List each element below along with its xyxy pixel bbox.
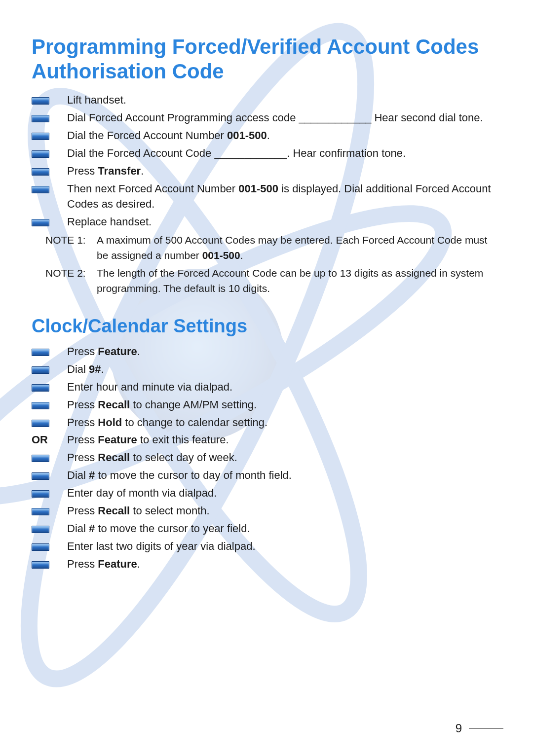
list-item: Enter last two digits of year via dialpa…	[32, 539, 501, 554]
list-item: ORPress Feature to exit this feature.	[32, 432, 501, 448]
list-item: Lift handset.	[32, 92, 501, 108]
bullet-icon	[32, 526, 49, 533]
list-item: Press Hold to change to calendar setting…	[32, 415, 501, 431]
step-text: Press Feature.	[67, 344, 501, 360]
bullet-icon	[32, 168, 49, 176]
step-text: Enter hour and minute via dialpad.	[67, 379, 501, 395]
list-item: Dial the Forced Account Number 001-500.	[32, 128, 501, 144]
bullet-icon	[32, 402, 49, 409]
step-text: Enter last two digits of year via dialpa…	[67, 539, 501, 554]
list-item: Enter day of month via dialpad.	[32, 485, 501, 501]
section-1-steps: Lift handset.Dial Forced Account Program…	[32, 92, 501, 230]
step-text: Lift handset.	[67, 92, 501, 108]
step-text: Then next Forced Account Number 001-500 …	[67, 181, 501, 213]
step-text: Dial the Forced Account Number 001-500.	[67, 128, 501, 144]
list-item: Press Recall to change AM/PM setting.	[32, 397, 501, 413]
bullet-icon	[32, 508, 49, 515]
list-item: Press Feature.	[32, 556, 501, 572]
section-2-heading: Clock/Calendar Settings	[32, 316, 501, 337]
note-item: NOTE 2:The length of the Forced Account …	[45, 266, 501, 296]
page-number-value: 9	[456, 721, 462, 735]
section-2-steps: Press Feature.Dial 9#.Enter hour and min…	[32, 344, 501, 572]
note-label: NOTE 1:	[45, 233, 97, 248]
step-text: Dial Forced Account Programming access c…	[67, 110, 501, 126]
step-text: Press Feature.	[67, 556, 501, 572]
step-text: Press Recall to change AM/PM setting.	[67, 397, 501, 413]
step-text: Press Hold to change to calendar setting…	[67, 415, 501, 431]
step-text: Press Recall to select day of week.	[67, 450, 501, 466]
bullet-icon	[32, 133, 49, 140]
note-item: NOTE 1:A maximum of 500 Account Codes ma…	[45, 233, 501, 263]
note-text: A maximum of 500 Account Codes may be en…	[97, 233, 501, 263]
note-label: NOTE 2:	[45, 266, 97, 281]
list-item: Dial # to move the cursor to year field.	[32, 521, 501, 537]
step-text: Enter day of month via dialpad.	[67, 485, 501, 501]
bullet-icon	[32, 490, 49, 498]
list-item: Press Recall to select month.	[32, 503, 501, 519]
list-item: Dial 9#.	[32, 361, 501, 377]
bullet-icon	[32, 186, 49, 193]
bullet-icon	[32, 420, 49, 427]
bullet-icon	[32, 543, 49, 551]
step-text: Press Feature to exit this feature.	[67, 432, 501, 448]
list-item: Dial # to move the cursor to day of mont…	[32, 468, 501, 483]
list-item: Press Transfer.	[32, 163, 501, 179]
step-inline-label: OR	[32, 432, 67, 448]
list-item: Press Feature.	[32, 344, 501, 360]
step-text: Dial # to move the cursor to year field.	[67, 521, 501, 537]
bullet-icon	[32, 97, 49, 105]
step-text: Dial the Forced Account Code ___________…	[67, 145, 501, 161]
list-item: Dial Forced Account Programming access c…	[32, 110, 501, 126]
step-text: Dial # to move the cursor to day of mont…	[67, 468, 501, 483]
bullet-icon	[32, 150, 49, 158]
section-1-notes: NOTE 1:A maximum of 500 Account Codes ma…	[45, 233, 501, 296]
bullet-icon	[32, 349, 49, 356]
list-item: Press Recall to select day of week.	[32, 450, 501, 466]
step-text: Replace handset.	[67, 214, 501, 230]
bullet-icon	[32, 219, 49, 226]
step-text: Press Transfer.	[67, 163, 501, 179]
bullet-icon	[32, 472, 49, 480]
page-number-rule	[469, 728, 503, 729]
page-content: Programming Forced/Verified Account Code…	[0, 0, 533, 756]
note-text: The length of the Forced Account Code ca…	[97, 266, 501, 296]
page-number: 9	[456, 721, 503, 735]
bullet-icon	[32, 115, 49, 122]
list-item: Dial the Forced Account Code ___________…	[32, 145, 501, 161]
list-item: Then next Forced Account Number 001-500 …	[32, 181, 501, 213]
step-text: Dial 9#.	[67, 361, 501, 377]
bullet-icon	[32, 561, 49, 569]
list-item: Enter hour and minute via dialpad.	[32, 379, 501, 395]
list-item: Replace handset.	[32, 214, 501, 230]
bullet-icon	[32, 366, 49, 374]
bullet-icon	[32, 384, 49, 392]
section-1-heading: Programming Forced/Verified Account Code…	[32, 35, 501, 83]
bullet-icon	[32, 455, 49, 462]
step-text: Press Recall to select month.	[67, 503, 501, 519]
